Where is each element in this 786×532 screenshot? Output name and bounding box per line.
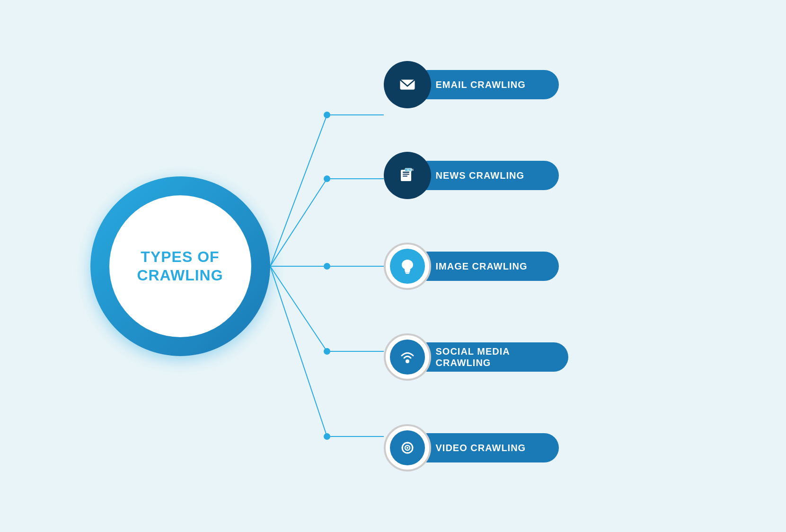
news-label-pill: NEWS CRAWLING <box>426 161 559 190</box>
image-label-pill: IMAGE CRAWLING <box>426 252 559 281</box>
news-icon-circle: NEWS <box>384 152 431 199</box>
center-title: TYPES OF CRAWLING <box>137 248 223 284</box>
news-icon: NEWS <box>398 166 416 184</box>
image-icon-circle <box>384 243 431 290</box>
news-crawling-item: NEWS NEWS CRAWLING <box>384 152 724 199</box>
center-circle: TYPES OF CRAWLING <box>90 176 270 356</box>
svg-rect-22 <box>406 273 409 274</box>
social-crawling-item: SOCIAL MEDIA CRAWLING <box>384 333 724 381</box>
svg-point-23 <box>406 359 409 363</box>
svg-rect-15 <box>401 170 411 181</box>
email-label-pill: EMAIL CRAWLING <box>426 70 559 99</box>
video-crawling-item: VIDEO CRAWLING <box>384 424 724 471</box>
email-icon-circle <box>384 61 431 108</box>
svg-line-3 <box>270 179 327 266</box>
video-icon-circle <box>384 424 431 471</box>
svg-line-8 <box>270 266 327 351</box>
video-icon <box>398 439 416 457</box>
wifi-icon <box>398 348 416 366</box>
social-label-pill: SOCIAL MEDIA CRAWLING <box>426 342 568 372</box>
items-container: EMAIL CRAWLING NEWS NEWS CRAWLI <box>384 30 724 503</box>
svg-point-2 <box>324 112 330 118</box>
svg-rect-17 <box>403 174 409 174</box>
svg-line-0 <box>270 115 327 266</box>
svg-rect-21 <box>405 271 410 273</box>
center-circle-inner: TYPES OF CRAWLING <box>109 195 251 337</box>
image-label: IMAGE CRAWLING <box>436 261 528 272</box>
svg-rect-18 <box>403 175 407 176</box>
diagram-container: TYPES OF CRAWLING EMAIL CRAWLING <box>62 30 724 503</box>
social-label: SOCIAL MEDIA CRAWLING <box>436 346 510 368</box>
svg-point-26 <box>406 447 408 449</box>
email-label: EMAIL CRAWLING <box>436 79 526 90</box>
svg-text:NEWS: NEWS <box>406 168 414 171</box>
email-icon-inner <box>390 67 425 102</box>
news-icon-inner: NEWS <box>390 158 425 193</box>
news-label: NEWS CRAWLING <box>436 170 524 181</box>
svg-point-7 <box>324 263 330 270</box>
svg-rect-16 <box>403 172 409 173</box>
image-icon-inner <box>390 249 425 284</box>
svg-point-5 <box>324 175 330 182</box>
video-label: VIDEO CRAWLING <box>436 442 526 454</box>
social-icon-inner <box>390 340 425 375</box>
video-icon-inner <box>390 430 425 465</box>
svg-point-13 <box>324 433 330 440</box>
email-icon <box>398 76 416 94</box>
lightbulb-icon <box>398 257 416 275</box>
social-icon-circle <box>384 333 431 381</box>
svg-line-11 <box>270 266 327 436</box>
email-crawling-item: EMAIL CRAWLING <box>384 61 724 108</box>
svg-point-10 <box>324 348 330 355</box>
video-label-pill: VIDEO CRAWLING <box>426 433 559 462</box>
image-crawling-item: IMAGE CRAWLING <box>384 243 724 290</box>
